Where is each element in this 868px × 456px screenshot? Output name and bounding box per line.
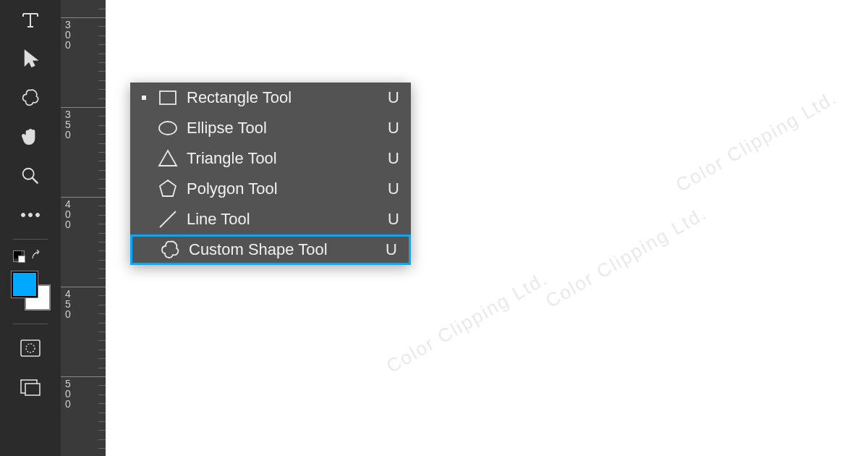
polygon-icon [152,177,184,200]
flyout-item-shortcut: U [380,240,403,259]
ruler-tick-400: 400 [61,197,106,198]
toolbar-divider-2 [13,324,48,324]
flyout-item-label: Line Tool [184,210,382,229]
flyout-item-shortcut: U [382,180,405,198]
svg-point-0 [23,169,34,180]
flyout-item-label: Rectangle Tool [184,88,382,107]
svg-point-2 [29,214,33,217]
foreground-color-swatch[interactable] [12,271,38,297]
type-tool[interactable] [9,1,52,38]
screen-mode-btn[interactable] [9,369,52,405]
flyout-item-polygon-tool[interactable]: Polygon ToolU [130,174,411,204]
ruler-tick-500: 500 [61,376,106,377]
vertical-ruler: 250300350400450500 [61,0,106,456]
flyout-item-shortcut: U [382,119,405,138]
flyout-item-rectangle-tool[interactable]: Rectangle ToolU [130,83,411,113]
svg-point-9 [159,122,176,135]
triangle-icon [152,147,184,170]
flyout-item-label: Polygon Tool [184,180,382,198]
quick-mask-btn[interactable] [9,330,52,366]
hand-tool[interactable] [9,119,52,155]
shape-tool-flyout: Rectangle ToolUEllipse ToolUTriangle Too… [130,83,411,265]
rect-icon [152,86,184,109]
custom-shape-tool-btn[interactable] [9,80,52,116]
ruler-tick-450: 450 [61,287,106,287]
flyout-item-triangle-tool[interactable]: Triangle ToolU [130,143,411,174]
active-indicator [136,96,152,100]
line-icon [152,208,184,231]
flyout-item-custom-shape-tool[interactable]: Custom Shape ToolU [130,235,411,265]
more-tools[interactable] [9,197,52,233]
svg-point-3 [36,214,40,217]
svg-rect-8 [160,91,176,104]
flyout-item-label: Custom Shape Tool [186,240,380,259]
flyout-item-ellipse-tool[interactable]: Ellipse ToolU [130,113,411,143]
tools-panel [0,0,61,456]
svg-rect-4 [21,340,40,356]
svg-point-5 [26,344,35,352]
color-swatches[interactable] [9,270,52,313]
path-selection-tool[interactable] [9,41,52,77]
flyout-item-label: Ellipse Tool [184,119,382,138]
flyout-item-label: Triangle Tool [184,149,382,168]
toolbar-divider [13,239,48,240]
svg-point-1 [22,214,25,217]
zoom-tool[interactable] [9,158,52,194]
ruler-tick-300: 300 [61,17,106,18]
blob-icon [154,238,186,261]
ruler-tick-350: 350 [61,107,106,108]
flyout-item-shortcut: U [382,149,405,168]
ellipse-icon [152,117,184,140]
flyout-item-shortcut: U [382,88,405,107]
flyout-item-shortcut: U [382,210,405,229]
flyout-item-line-tool[interactable]: Line ToolU [130,204,411,235]
default-colors-btn[interactable] [9,247,52,266]
svg-rect-7 [25,384,40,395]
